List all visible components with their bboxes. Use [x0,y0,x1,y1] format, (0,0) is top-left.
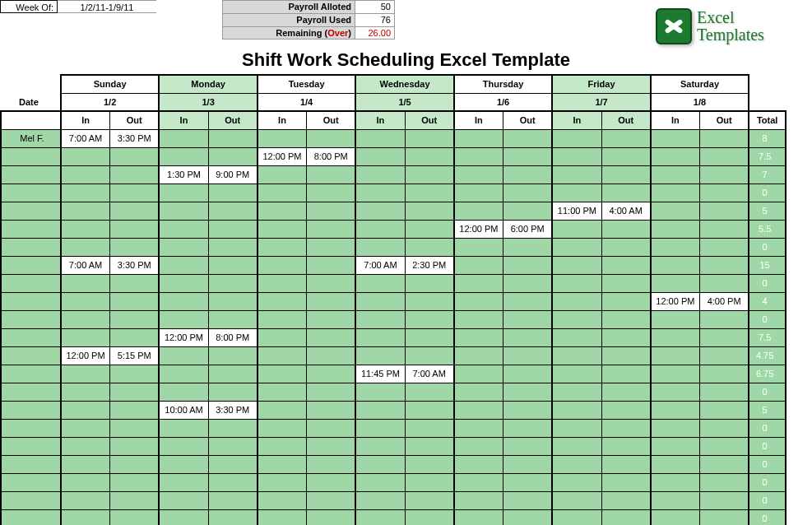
shift-out-cell[interactable] [405,274,454,292]
shift-out-cell[interactable] [700,310,749,328]
shift-in-cell[interactable]: 12:00 PM [651,292,700,310]
shift-in-cell[interactable] [355,238,405,256]
payroll-value[interactable]: 26.00 [355,27,394,39]
shift-out-cell[interactable] [307,419,356,437]
shift-out-cell[interactable] [700,165,749,184]
employee-name-cell[interactable] [1,509,61,525]
shift-out-cell[interactable] [307,455,356,473]
shift-in-cell[interactable] [355,437,405,455]
shift-in-cell[interactable] [258,419,307,437]
employee-name-cell[interactable] [1,292,61,310]
shift-out-cell[interactable] [700,401,749,419]
employee-name-cell[interactable] [1,437,61,455]
shift-in-cell[interactable] [258,365,307,383]
shift-in-cell[interactable] [355,473,405,491]
shift-out-cell[interactable] [503,473,553,491]
shift-out-cell[interactable]: 5:15 PM [110,346,160,365]
shift-out-cell[interactable] [405,328,454,346]
shift-out-cell[interactable] [601,256,651,274]
shift-out-cell[interactable] [110,202,160,220]
shift-out-cell[interactable] [405,437,454,455]
shift-in-cell[interactable] [159,419,208,437]
shift-in-cell[interactable] [454,455,503,473]
shift-out-cell[interactable] [700,129,749,147]
shift-in-cell[interactable] [355,202,405,220]
shift-in-cell[interactable] [454,274,503,292]
shift-in-cell[interactable] [61,238,110,256]
shift-in-cell[interactable] [454,437,503,455]
employee-name-cell[interactable] [1,147,61,165]
shift-out-cell[interactable] [503,238,553,256]
shift-out-cell[interactable] [700,346,749,365]
shift-in-cell[interactable] [258,455,307,473]
shift-out-cell[interactable] [110,365,160,383]
shift-out-cell[interactable] [601,292,651,310]
shift-in-cell[interactable] [355,491,405,509]
shift-in-cell[interactable] [651,238,700,256]
shift-in-cell[interactable] [61,473,110,491]
shift-out-cell[interactable] [503,184,553,202]
shift-out-cell[interactable] [503,401,553,419]
shift-out-cell[interactable] [601,238,651,256]
shift-in-cell[interactable] [159,220,208,238]
shift-in-cell[interactable] [552,292,601,310]
shift-out-cell[interactable] [700,455,749,473]
shift-in-cell[interactable] [159,365,208,383]
shift-in-cell[interactable] [651,419,700,437]
shift-out-cell[interactable] [307,274,356,292]
employee-name-cell[interactable] [1,365,61,383]
shift-out-cell[interactable] [503,491,553,509]
shift-out-cell[interactable] [208,274,258,292]
shift-out-cell[interactable] [601,437,651,455]
shift-out-cell[interactable] [700,256,749,274]
shift-out-cell[interactable] [405,310,454,328]
shift-out-cell[interactable] [110,455,160,473]
shift-out-cell[interactable] [503,419,553,437]
employee-name-cell[interactable] [1,310,61,328]
shift-out-cell[interactable] [405,184,454,202]
payroll-value[interactable]: 50 [355,1,394,13]
shift-in-cell[interactable] [258,383,307,401]
shift-in-cell[interactable] [258,310,307,328]
shift-out-cell[interactable] [110,491,160,509]
shift-out-cell[interactable] [503,147,553,165]
employee-name-cell[interactable] [1,238,61,256]
shift-out-cell[interactable] [503,129,553,147]
shift-out-cell[interactable] [503,292,553,310]
shift-in-cell[interactable] [61,274,110,292]
shift-out-cell[interactable] [307,509,356,525]
shift-out-cell[interactable] [700,274,749,292]
shift-in-cell[interactable] [651,256,700,274]
shift-out-cell[interactable] [307,328,356,346]
shift-out-cell[interactable] [307,383,356,401]
employee-name-cell[interactable] [1,165,61,184]
shift-out-cell[interactable] [110,437,160,455]
shift-in-cell[interactable] [454,256,503,274]
employee-name-cell[interactable] [1,328,61,346]
shift-in-cell[interactable] [159,274,208,292]
shift-out-cell[interactable] [208,184,258,202]
shift-in-cell[interactable] [159,509,208,525]
shift-out-cell[interactable] [307,473,356,491]
shift-out-cell[interactable] [405,129,454,147]
shift-in-cell[interactable] [552,509,601,525]
shift-in-cell[interactable] [61,491,110,509]
shift-in-cell[interactable] [651,129,700,147]
shift-in-cell[interactable] [159,129,208,147]
shift-out-cell[interactable] [700,419,749,437]
shift-out-cell[interactable]: 9:00 PM [208,165,258,184]
shift-in-cell[interactable]: 7:00 AM [355,256,405,274]
shift-in-cell[interactable] [651,310,700,328]
shift-in-cell[interactable] [651,165,700,184]
shift-out-cell[interactable] [700,202,749,220]
shift-in-cell[interactable] [61,401,110,419]
shift-out-cell[interactable] [405,202,454,220]
shift-in-cell[interactable] [355,383,405,401]
shift-in-cell[interactable] [454,147,503,165]
shift-in-cell[interactable]: 10:00 AM [159,401,208,419]
shift-out-cell[interactable] [208,238,258,256]
shift-in-cell[interactable] [355,328,405,346]
shift-in-cell[interactable] [454,129,503,147]
shift-in-cell[interactable] [159,202,208,220]
shift-in-cell[interactable] [651,346,700,365]
